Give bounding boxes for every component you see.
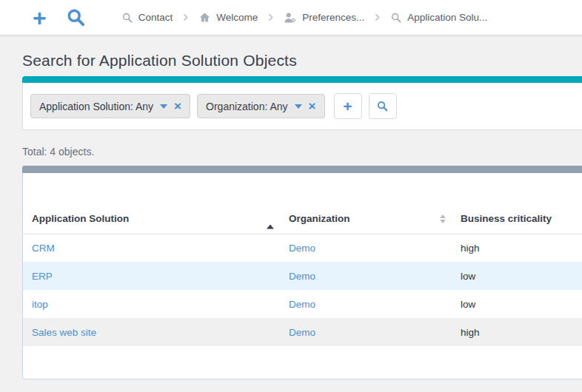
table-header-row: Application Solution Organization Busine… (23, 204, 582, 234)
chevron-right-icon (266, 13, 275, 22)
cell-business-criticality: low (452, 290, 582, 318)
object-link[interactable]: itop (32, 299, 48, 310)
cell-organization: Demo (280, 262, 452, 290)
search-icon (121, 12, 133, 24)
column-header-label: Business criticality (461, 213, 552, 224)
cell-application-solution: Sales web site (23, 318, 280, 346)
global-search-icon[interactable] (66, 7, 86, 27)
column-header-label: Application Solution (32, 213, 129, 224)
organization-link[interactable]: Demo (289, 299, 315, 310)
breadcrumb-item-preferences[interactable]: Preferences... (284, 11, 364, 24)
column-header-organization[interactable]: Organization (280, 204, 452, 234)
new-object-button[interactable]: + (33, 6, 47, 30)
column-header-label: Organization (289, 213, 350, 224)
cell-business-criticality: high (452, 234, 582, 262)
breadcrumb-item-contact[interactable]: Contact (121, 12, 173, 24)
results-table: Application Solution Organization Busine… (23, 204, 582, 346)
cell-organization: Demo (280, 290, 452, 318)
run-search-button[interactable] (369, 93, 397, 119)
search-icon (376, 100, 389, 112)
filter-chip-label: Organization: Any (206, 101, 288, 112)
cell-application-solution: ERP (23, 262, 280, 290)
breadcrumb-label: Contact (138, 12, 173, 23)
organization-link[interactable]: Demo (289, 271, 315, 282)
chevron-right-icon (372, 13, 382, 22)
breadcrumb: Contact Welcome (121, 11, 488, 24)
chevron-down-icon[interactable] (160, 104, 167, 109)
organization-link[interactable]: Demo (289, 243, 315, 254)
close-icon[interactable]: × (309, 100, 316, 112)
table-row: ERP Demo low (23, 262, 582, 290)
search-icon (390, 12, 402, 24)
filter-chip-application-solution[interactable]: Application Solution: Any × (30, 94, 190, 118)
top-toolbar: + Contact (0, 0, 582, 36)
quick-actions: + (33, 6, 86, 30)
organization-link[interactable]: Demo (289, 327, 315, 338)
table-row: Sales web site Demo high (23, 318, 582, 346)
search-criteria-toolbar: Application Solution: Any × Organization… (22, 83, 582, 130)
breadcrumb-item-application-solution[interactable]: Application Solu... (390, 12, 487, 24)
object-link[interactable]: ERP (32, 271, 53, 282)
filter-chip-organization[interactable]: Organization: Any × (197, 94, 324, 118)
cell-application-solution: CRM (23, 234, 280, 262)
add-criterion-button[interactable]: + (334, 93, 362, 119)
breadcrumb-label: Welcome (216, 12, 258, 23)
object-link[interactable]: CRM (32, 243, 55, 254)
column-header-application-solution[interactable]: Application Solution (23, 204, 280, 234)
table-row: CRM Demo high (23, 234, 582, 262)
cell-application-solution: itop (23, 290, 280, 318)
close-icon[interactable]: × (174, 100, 181, 112)
search-panel: Application Solution: Any × Organization… (22, 76, 582, 130)
breadcrumb-label: Preferences... (302, 12, 364, 23)
search-panel-accent-bar (22, 76, 582, 83)
page-title: Search for Application Solution Objects (22, 52, 582, 70)
chevron-right-icon (181, 13, 190, 22)
sort-ascending-icon[interactable] (267, 213, 274, 224)
filter-chip-label: Application Solution: Any (39, 101, 153, 112)
cell-organization: Demo (280, 234, 452, 262)
cell-business-criticality: low (452, 262, 582, 290)
user-gear-icon (284, 11, 297, 24)
chevron-down-icon[interactable] (295, 104, 302, 109)
results-total: Total: 4 objects. (22, 146, 582, 158)
breadcrumb-item-welcome[interactable]: Welcome (198, 11, 258, 24)
cell-organization: Demo (280, 318, 452, 346)
table-row: itop Demo low (23, 290, 582, 318)
breadcrumb-label: Application Solu... (407, 12, 487, 23)
results-panel-accent-bar (22, 166, 582, 173)
column-header-business-criticality[interactable]: Business criticality (452, 204, 582, 234)
cell-business-criticality: high (452, 318, 582, 346)
results-panel-body: Application Solution Organization Busine… (22, 173, 582, 379)
sort-both-icon[interactable] (440, 214, 446, 223)
results-panel: Application Solution Organization Busine… (22, 166, 582, 379)
home-icon (198, 11, 211, 24)
object-link[interactable]: Sales web site (32, 327, 96, 338)
